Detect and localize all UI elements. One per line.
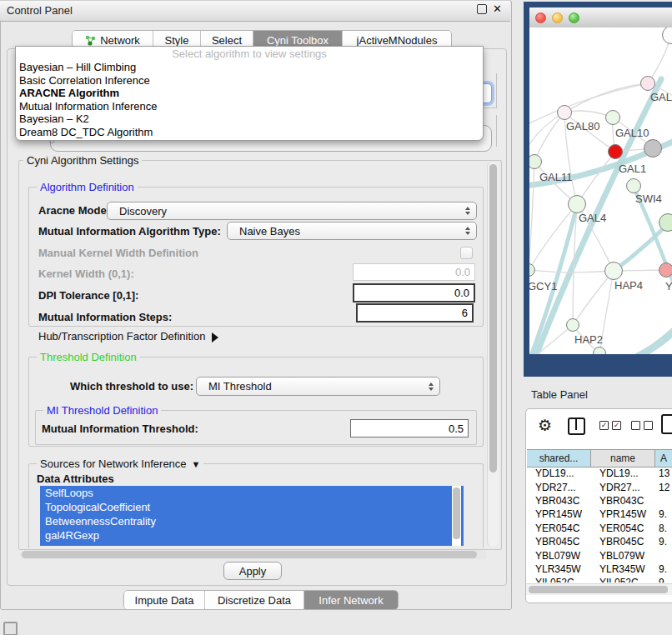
tab-jactivemnodules-label: jActiveMNodules [357, 34, 438, 47]
manual-kernel-checkbox[interactable] [460, 247, 473, 259]
network-node[interactable] [566, 318, 579, 332]
data-attribute-item[interactable]: SelfLoops [40, 486, 464, 500]
network-node-label: SWI4 [635, 192, 662, 205]
float-window-icon[interactable] [477, 4, 487, 14]
attributes-scrollbar-thumb[interactable] [453, 488, 460, 539]
table-row[interactable]: YBL079WYBL079W [528, 548, 672, 562]
table-row[interactable]: YBR043CYBR043C [528, 494, 672, 508]
table-cell: YDL19... [592, 468, 656, 479]
minimized-panel-icon[interactable] [3, 622, 18, 635]
network-node[interactable] [608, 144, 623, 159]
table-row[interactable]: YDL19...YDL19...13 [528, 467, 672, 480]
network-node[interactable] [605, 110, 620, 125]
mi-threshold-field[interactable] [350, 419, 469, 438]
apply-button[interactable]: Apply [223, 562, 282, 580]
network-node[interactable] [604, 262, 623, 280]
column-header-shared-name[interactable]: shared... [527, 450, 591, 467]
data-attributes-list[interactable]: SelfLoopsTopologicalCoefficientBetweenne… [40, 486, 464, 546]
close-traffic-light-icon[interactable] [535, 12, 546, 23]
aracne-mode-select[interactable]: Discovery [107, 202, 477, 220]
network-node-label: GCY1 [529, 280, 557, 292]
export-table-icon[interactable] [661, 414, 672, 434]
network-node[interactable] [644, 139, 662, 158]
data-attribute-item[interactable]: BetweennessCentrality [40, 514, 464, 528]
network-node[interactable] [568, 195, 586, 213]
table-row[interactable]: YER054CYER054C8. [528, 522, 672, 535]
table-cell: 12 [656, 482, 672, 493]
network-canvas[interactable]: GALGAL80GAL10GAL1GAL11SWI4GAL4GCY1HAP4YH… [529, 28, 672, 354]
tab-cyni-toolbox-label: Cyni Toolbox [267, 34, 328, 47]
table-horizontal-scrollbar-thumb[interactable] [529, 586, 668, 593]
settings-group-title: Cyni Algorithm Settings [23, 154, 142, 167]
close-icon[interactable]: ✕ [493, 3, 502, 15]
table-row[interactable]: YBR045CYBR045C9. [528, 535, 672, 548]
gear-icon[interactable]: ⚙ [538, 416, 552, 435]
table-horizontal-scrollbar[interactable] [526, 583, 672, 595]
table-cell: 9 [656, 577, 672, 582]
control-panel-title: Control Panel [7, 4, 73, 17]
network-node[interactable] [593, 347, 606, 354]
data-attributes-items: SelfLoopsTopologicalCoefficientBetweenne… [40, 486, 464, 542]
mi-steps-field[interactable] [356, 303, 474, 322]
sources-title-label: Sources for Network Inference [40, 458, 187, 470]
tab-style-label: Style [165, 34, 189, 47]
algorithm-option[interactable]: Bayesian – Hill Climbing [16, 61, 483, 74]
data-attribute-item[interactable]: TopologicalCoefficient [40, 500, 464, 514]
minimize-traffic-light-icon[interactable] [552, 12, 563, 23]
sources-group-title[interactable]: Sources for Network Inference▼ [37, 458, 203, 470]
tab-infer-network[interactable]: Infer Network [304, 591, 398, 609]
table-row[interactable]: YDR27...YDR27...12 [528, 480, 672, 493]
algorithm-option[interactable]: Bayesian – K2 [16, 112, 483, 126]
table-row[interactable]: YPR145WYPR145W9. [528, 508, 672, 521]
which-threshold-select[interactable]: MI Threshold [196, 377, 440, 396]
network-window-titlebar[interactable] [529, 8, 672, 28]
table-cell: 13 [656, 468, 672, 479]
zoom-traffic-light-icon[interactable] [569, 12, 579, 23]
algorithm-option[interactable]: Mutual Information Inference [16, 100, 483, 113]
select-columns-icon[interactable]: ✓✓ [599, 421, 621, 430]
table-cell: YER054C [528, 522, 592, 534]
network-node-label: Y [665, 280, 672, 292]
which-threshold-value: MI Threshold [208, 380, 272, 392]
control-panel-titlebar[interactable]: Control Panel ✕ [0, 0, 510, 22]
network-node[interactable] [659, 262, 672, 278]
aracne-mode-value: Discovery [119, 205, 167, 218]
table-panel: ⚙ ✓✓ shared... name A YDL19...YDL19...13… [525, 408, 672, 603]
kernel-width-label: Kernel Width (0,1): [38, 268, 134, 280]
collapse-arrow-icon: ▼ [192, 459, 201, 469]
network-node[interactable] [557, 105, 572, 120]
settings-horizontal-scrollbar[interactable] [20, 550, 487, 559]
algorithm-option[interactable]: ARACNE Algorithm [16, 87, 483, 100]
algorithm-option[interactable]: Dream8 DC_TDC Algorithm [16, 126, 483, 139]
column-header-partial[interactable]: A [655, 450, 672, 467]
column-browse-icon[interactable] [568, 418, 585, 435]
tab-discretize-data-label: Discretize Data [218, 594, 291, 607]
network-node-label: GAL [650, 91, 672, 103]
unselect-columns-icon[interactable] [631, 421, 653, 430]
kernel-width-field[interactable] [353, 263, 475, 281]
column-header-name[interactable]: name [591, 450, 655, 467]
data-attribute-item[interactable]: gal4RGexp [40, 528, 464, 542]
settings-vertical-scrollbar[interactable] [487, 162, 499, 547]
algorithm-option[interactable]: Basic Correlation Inference [16, 74, 483, 88]
network-node[interactable] [626, 178, 641, 193]
settings-horizontal-scrollbar-thumb[interactable] [22, 551, 477, 558]
which-threshold-label: Which threshold to use: [70, 380, 193, 392]
network-node-label: GAL1 [619, 162, 646, 175]
node-table-body: YDL19...YDL19...13YDR27...YDR27...12YBR0… [528, 467, 672, 582]
stepper-arrows-icon [465, 227, 470, 235]
network-node[interactable] [659, 213, 672, 232]
hub-definition-expander[interactable]: Hub/Transcription Factor Definition [38, 330, 218, 342]
network-view-window[interactable]: GALGAL80GAL10GAL1GAL11SWI4GAL4GCY1HAP4YH… [524, 2, 672, 377]
network-node[interactable] [640, 76, 655, 91]
table-row[interactable]: YLR345WYLR345W9. [528, 562, 672, 576]
tab-discretize-data[interactable]: Discretize Data [205, 591, 304, 609]
dpi-tolerance-field[interactable] [353, 283, 475, 302]
attributes-scrollbar[interactable] [452, 486, 461, 546]
table-cell: YER054C [592, 522, 656, 534]
settings-vertical-scrollbar-thumb[interactable] [489, 164, 497, 472]
data-attributes-label: Data Attributes [37, 472, 114, 485]
table-row[interactable]: YIL052CYIL052C9 [528, 576, 672, 582]
mi-type-select[interactable]: Naive Bayes [227, 222, 477, 240]
tab-impute-data[interactable]: Impute Data [124, 591, 205, 609]
